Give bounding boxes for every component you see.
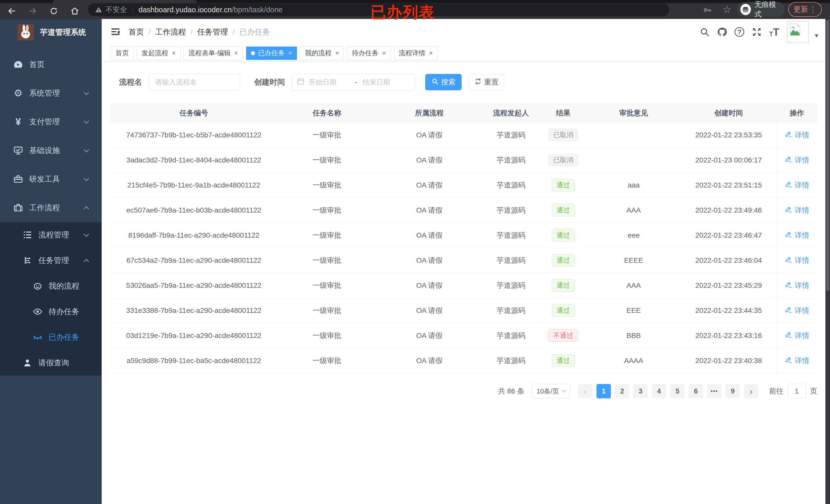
sidebar-item[interactable]: 研发工具 [0, 165, 102, 193]
menu-icon [32, 280, 43, 292]
browser-reload-button[interactable] [47, 4, 60, 18]
detail-link[interactable]: 详情 [785, 281, 809, 290]
detail-link[interactable]: 详情 [785, 231, 809, 240]
breadcrumb-item[interactable]: 任务管理 [197, 27, 240, 37]
sidebar-item[interactable]: 流程管理 [0, 222, 102, 248]
bookmark-star-icon[interactable]: ☆ [723, 4, 732, 15]
prev-page-button[interactable]: ‹ [578, 384, 593, 398]
cell-task-id: ec507ae6-7b9a-11ec-b03b-acde48001122 [110, 198, 277, 223]
cell-starter: 芋道源码 [482, 123, 540, 147]
detail-link[interactable]: 详情 [785, 205, 809, 215]
tab-close-icon[interactable]: × [382, 49, 386, 57]
detail-link[interactable]: 详情 [785, 155, 809, 165]
browser-update-button[interactable]: 更新 ⋮ [788, 2, 822, 17]
tab[interactable]: 首页 [110, 46, 134, 60]
browser-menu-dots-icon[interactable]: ⋮ [809, 5, 817, 14]
page-number-button[interactable]: 2 [615, 384, 629, 398]
cell-actions: 详情 [776, 323, 817, 348]
sidebar-item[interactable]: 首页 [0, 50, 102, 79]
browser-back-button[interactable] [5, 4, 19, 18]
search-icon[interactable] [696, 23, 713, 41]
sidebar-item[interactable]: 工作流程 [0, 193, 102, 222]
sidebar-item[interactable]: 已办任务 [0, 325, 102, 350]
cell-task-name: 一级审批 [277, 198, 377, 223]
sidebar-item[interactable]: 基础设施 [0, 136, 102, 165]
end-date-input[interactable]: 结束日期 [362, 77, 410, 87]
help-icon[interactable]: ? [731, 23, 748, 41]
page-number-button[interactable]: 9 [726, 384, 740, 398]
col-header-opinion: 审批意见 [586, 103, 681, 123]
reset-button[interactable]: 重置 [469, 74, 504, 90]
page-number-button[interactable]: 3 [633, 384, 648, 398]
font-size-icon[interactable]: TT [765, 23, 783, 41]
tab-close-icon[interactable]: × [429, 49, 433, 57]
tab-close-icon[interactable]: × [335, 49, 339, 57]
detail-link[interactable]: 详情 [785, 356, 809, 366]
menu-icon [32, 331, 43, 343]
chevron-icon [84, 118, 89, 124]
sidebar-collapse-icon[interactable] [110, 27, 121, 37]
sidebar-item[interactable]: ¥ 支付管理 [0, 107, 102, 136]
col-header-task-name: 任务名称 [277, 103, 377, 123]
annotation-done-list: 已办列表 [371, 2, 435, 23]
scrollbar-thumb[interactable] [826, 20, 829, 291]
detail-link[interactable]: 详情 [785, 256, 809, 265]
tab[interactable]: 发起流程 × [137, 46, 181, 60]
page-number-button[interactable]: 1 [597, 384, 611, 398]
page-number-button[interactable]: 4 [652, 384, 666, 398]
avatar[interactable] [787, 21, 809, 43]
sidebar-item[interactable]: ⚙ 系统管理 [0, 79, 102, 107]
table-row: 331e3388-7b9a-11ec-a290-acde48001122 一级审… [110, 298, 817, 323]
caret-down-icon[interactable]: ▼ [813, 33, 819, 39]
detail-link[interactable]: 详情 [785, 331, 809, 340]
cell-actions: 详情 [776, 248, 817, 273]
detail-link[interactable]: 详情 [785, 130, 809, 140]
page-number-button[interactable]: ••• [707, 384, 722, 398]
tab[interactable]: 我的流程 × [300, 46, 344, 60]
github-icon[interactable] [713, 23, 731, 41]
start-date-input[interactable]: 开始日期 [309, 77, 350, 87]
tab-close-icon[interactable]: × [234, 49, 238, 57]
next-page-button[interactable]: › [744, 384, 758, 398]
browser-home-button[interactable] [68, 4, 82, 18]
sidebar-item[interactable]: 我的流程 [0, 273, 102, 299]
browser-forward-button[interactable] [26, 4, 39, 18]
password-key-icon[interactable] [703, 6, 712, 14]
page-number-button[interactable]: 5 [670, 384, 684, 398]
breadcrumb-item[interactable]: 工作流程 [155, 27, 197, 37]
goto-page-input[interactable]: 1 [788, 384, 806, 398]
tab[interactable]: 流程表单-编辑 × [184, 46, 243, 60]
fullscreen-icon[interactable] [748, 23, 765, 41]
cell-task-id: 8196daff-7b9a-11ec-a290-acde48001122 [110, 223, 277, 248]
cell-task-name: 一级审批 [277, 223, 377, 248]
tab-close-icon[interactable]: × [288, 49, 292, 57]
page-size-select[interactable]: 10条/页 [532, 384, 570, 398]
menu-icon [22, 357, 33, 369]
cell-process: OA 请假 [377, 223, 482, 248]
detail-link[interactable]: 详情 [785, 306, 809, 315]
breadcrumb-item[interactable]: 已办任务 [240, 27, 270, 37]
not-secure-warning-icon[interactable] [95, 6, 102, 13]
detail-link[interactable]: 详情 [785, 180, 809, 190]
cell-created: 2022-01-22 23:46:47 [681, 223, 776, 248]
process-name-input[interactable]: 请输入流程名 [149, 74, 240, 91]
sidebar-item[interactable]: 待办任务 [0, 299, 102, 325]
app-logo-row[interactable]: 芋道管理系统 [0, 19, 102, 45]
breadcrumb-item[interactable]: 首页 [129, 27, 155, 37]
process-name-label: 流程名 [119, 77, 142, 88]
page-number-button[interactable]: 6 [689, 384, 703, 398]
tab[interactable]: 已办任务 × [246, 46, 297, 60]
search-button[interactable]: 搜索 [425, 74, 461, 90]
page-scrollbar[interactable] [825, 19, 830, 504]
browser-active-tab[interactable] [53, 0, 197, 3]
tab[interactable]: 待办任务 × [347, 46, 391, 60]
sidebar-item[interactable]: 请假查询 [0, 350, 102, 376]
sidebar-item[interactable]: 任务管理 [0, 248, 102, 273]
cell-result: 不通过 [540, 323, 586, 348]
cell-task-name: 一级审批 [277, 323, 377, 348]
tab[interactable]: 流程详情 × [394, 46, 438, 60]
date-range-picker[interactable]: 开始日期 - 结束日期 [292, 74, 415, 91]
tab-close-icon[interactable]: × [172, 49, 175, 57]
cell-task-id: 215cf4e5-7b9b-11ec-9a1b-acde48001122 [110, 173, 277, 198]
incognito-badge: 无痕模式 [737, 2, 785, 17]
